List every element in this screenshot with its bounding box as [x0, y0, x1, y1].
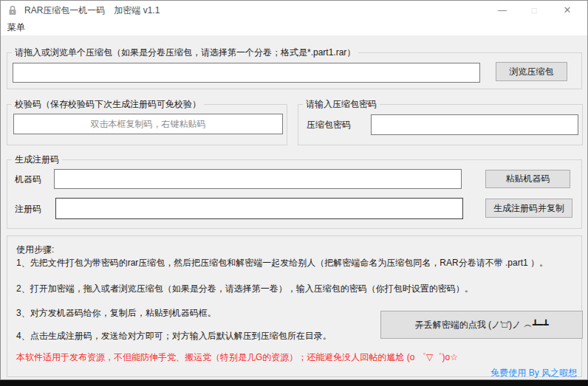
archive-path-input[interactable]: [13, 63, 480, 83]
reg-code-label: 注册码: [15, 203, 41, 216]
minimize-icon: —: [498, 5, 507, 15]
password-input[interactable]: [371, 114, 578, 135]
machine-code-input[interactable]: [54, 169, 462, 189]
browse-archive-button[interactable]: 浏览压缩包: [496, 62, 567, 81]
credit-text: 免费使用 By 风之暇想: [490, 367, 577, 379]
lost-decoder-button[interactable]: 弄丢解密端的点我 (ノ'□')ノ ︵┻━┻: [380, 311, 583, 339]
window-title: RAR压缩包一机一码 加密端 v1.1: [24, 1, 160, 20]
minimize-button[interactable]: —: [490, 1, 514, 20]
menubar: 菜单: [1, 20, 587, 35]
steps-heading: 使用步骤:: [16, 244, 54, 256]
regcode-group-label: 生成注册码: [12, 154, 62, 166]
instructions-panel: 使用步骤: 1、先把文件打包为带密码的rar压缩包，然后把压缩包和解密端一起发给…: [7, 235, 582, 377]
maximize-button[interactable]: □: [522, 1, 546, 20]
maximize-icon: □: [531, 5, 536, 15]
step-4: 4、点击生成注册码，发送给对方即可；对方输入后默认解压到压缩包所在目录。: [16, 330, 332, 342]
archive-group-label: 请拖入或浏览单个压缩包（如果是分卷压缩包，请选择第一个分卷；格式是*.part1…: [12, 46, 358, 59]
menu-item-menu[interactable]: 菜单: [1, 20, 32, 35]
checkcode-group-label: 校验码（保存校验码下次生成注册码可免校验）: [12, 98, 204, 111]
paste-machine-code-button[interactable]: 粘贴机器码: [485, 170, 570, 188]
password-field-label: 压缩包密码: [307, 119, 351, 131]
step-3: 3、对方发机器码给你，复制后，粘贴到机器码框。: [16, 307, 216, 320]
generate-regcode-button[interactable]: 生成注册码并复制: [485, 199, 572, 218]
password-group-label: 请输入压缩包密码: [303, 98, 380, 111]
reg-code-input[interactable]: [55, 198, 463, 219]
step-1: 1、先把文件打包为带密码的rar压缩包，然后把压缩包和解密端一起发给别人（把解密…: [16, 257, 548, 269]
bottom-strip: [0, 380, 588, 386]
password-group: 请输入压缩包密码 压缩包密码: [298, 104, 583, 145]
close-button[interactable]: ✕: [555, 1, 579, 20]
app-window: RAR压缩包一机一码 加密端 v1.1 — □ ✕ 菜单 请拖入或浏览单个压缩包…: [0, 0, 588, 380]
titlebar: RAR压缩包一机一码 加密端 v1.1 — □ ✕: [1, 1, 587, 20]
checkcode-input[interactable]: [13, 114, 283, 134]
checkcode-group: 校验码（保存校验码下次生成注册码可免校验）: [7, 104, 287, 145]
step-2: 2、打开加密端，拖入或者浏览压缩包（如果是分卷，请选择第一卷），输入压缩包的密码…: [16, 283, 474, 295]
machine-code-label: 机器码: [15, 173, 41, 186]
close-icon: ✕: [564, 4, 572, 15]
warning-text: 本软件适用于发布资源，不但能防伸手党、搬运党（特别是几G的资源）；还能避免没人回…: [16, 351, 458, 364]
lock-icon: [7, 5, 18, 15]
